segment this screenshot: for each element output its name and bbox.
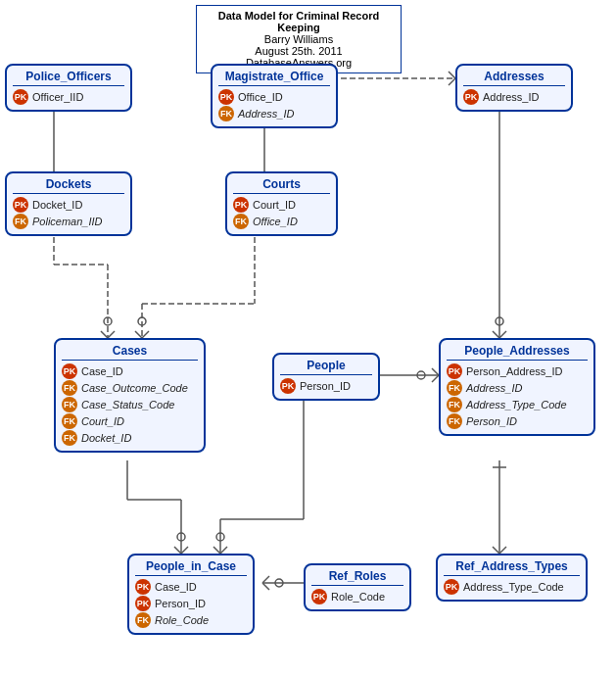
people-title: People xyxy=(280,359,372,375)
magistrate-office-field-1: PK Office_ID xyxy=(218,89,330,105)
svg-point-28 xyxy=(138,317,146,325)
svg-line-53 xyxy=(493,547,499,554)
people-addresses-field-2: FK Address_ID xyxy=(447,380,588,396)
svg-line-27 xyxy=(142,331,149,338)
entity-dockets: Dockets PK Docket_ID FK Policeman_IID xyxy=(5,171,132,236)
field-name: Case_Outcome_Code xyxy=(81,382,188,394)
svg-line-45 xyxy=(220,547,227,554)
diagram-subtitle2: August 25th. 2011 xyxy=(207,45,391,57)
fk-badge: FK xyxy=(135,612,151,628)
field-name: Case_Status_Code xyxy=(81,399,174,410)
pk-badge: PK xyxy=(135,579,151,595)
field-name: Role_Code xyxy=(331,591,385,603)
diagram-title: Data Model for Criminal Record Keeping xyxy=(207,10,391,33)
entity-addresses: Addresses PK Address_ID xyxy=(455,64,573,112)
pk-badge: PK xyxy=(280,378,296,394)
svg-line-11 xyxy=(449,78,455,85)
ref-roles-field-1: PK Role_Code xyxy=(311,589,403,604)
entity-ref-roles: Ref_Roles PK Role_Code xyxy=(304,563,411,611)
dockets-title: Dockets xyxy=(13,177,124,194)
svg-point-40 xyxy=(177,533,185,541)
people-addresses-field-4: FK Person_ID xyxy=(447,413,588,429)
ref-address-types-title: Ref_Address_Types xyxy=(444,559,580,576)
svg-point-22 xyxy=(104,317,112,325)
field-name: Case_ID xyxy=(155,581,197,593)
cases-title: Cases xyxy=(62,344,198,361)
courts-title: Courts xyxy=(233,177,330,194)
entity-ref-address-types: Ref_Address_Types PK Address_Type_Code xyxy=(436,554,588,602)
field-name: Docket_ID xyxy=(32,199,82,211)
svg-line-33 xyxy=(432,375,439,382)
field-name: Court_ID xyxy=(253,199,296,211)
diagram-subtitle1: Barry Williams xyxy=(207,33,391,45)
pk-badge: PK xyxy=(311,589,327,604)
entity-people: People PK Person_ID xyxy=(272,353,380,401)
field-name: Address_ID xyxy=(238,108,294,120)
fk-badge: FK xyxy=(62,430,77,446)
field-name: Docket_ID xyxy=(81,432,131,444)
field-name: Case_ID xyxy=(81,365,123,377)
entity-magistrate-office: Magistrate_Office PK Office_ID FK Addres… xyxy=(211,64,338,128)
fk-badge: FK xyxy=(447,380,462,396)
dockets-field-1: PK Docket_ID xyxy=(13,197,124,213)
ref-address-types-field-1: PK Address_Type_Code xyxy=(444,579,580,595)
people-addresses-field-3: FK Address_Type_Code xyxy=(447,397,588,412)
addresses-field-1: PK Address_ID xyxy=(463,89,565,105)
svg-line-54 xyxy=(499,547,506,554)
svg-point-46 xyxy=(216,533,224,541)
courts-field-1: PK Court_ID xyxy=(233,197,330,213)
fk-badge: FK xyxy=(233,214,249,229)
field-name: Office_ID xyxy=(238,91,283,103)
fk-badge: FK xyxy=(447,413,462,429)
field-name: Address_ID xyxy=(483,91,539,103)
svg-line-15 xyxy=(499,331,506,338)
magistrate-office-field-2: FK Address_ID xyxy=(218,106,330,121)
fk-badge: FK xyxy=(62,397,77,412)
courts-field-2: FK Office_ID xyxy=(233,214,330,229)
police-officers-title: Police_Officers xyxy=(13,70,124,86)
pk-badge: PK xyxy=(62,363,77,379)
field-name: Person_Address_ID xyxy=(466,365,562,377)
svg-line-39 xyxy=(181,547,188,554)
people-in-case-title: People_in_Case xyxy=(135,559,247,576)
fk-badge: FK xyxy=(62,413,77,429)
svg-line-20 xyxy=(101,331,108,338)
field-name: Person_ID xyxy=(466,415,517,427)
addresses-title: Addresses xyxy=(463,70,565,86)
cases-field-4: FK Court_ID xyxy=(62,413,198,429)
svg-line-49 xyxy=(262,583,269,590)
field-name: Address_Type_Code xyxy=(466,399,567,410)
people-in-case-field-1: PK Case_ID xyxy=(135,579,247,595)
field-name: Court_ID xyxy=(81,415,124,427)
pk-badge: PK xyxy=(13,89,28,105)
svg-point-34 xyxy=(417,371,425,379)
fk-badge: FK xyxy=(13,214,28,229)
field-name: Person_ID xyxy=(300,380,351,392)
people-in-case-field-3: FK Role_Code xyxy=(135,612,247,628)
cases-field-3: FK Case_Status_Code xyxy=(62,397,198,412)
svg-line-44 xyxy=(213,547,220,554)
svg-line-10 xyxy=(449,72,455,78)
people-field-1: PK Person_ID xyxy=(280,378,372,394)
fk-badge: FK xyxy=(62,380,77,396)
pk-badge: PK xyxy=(463,89,479,105)
svg-line-14 xyxy=(493,331,499,338)
entity-courts: Courts PK Court_ID FK Office_ID xyxy=(225,171,338,236)
magistrate-office-title: Magistrate_Office xyxy=(218,70,330,86)
ref-roles-title: Ref_Roles xyxy=(311,569,403,586)
pk-badge: PK xyxy=(135,596,151,611)
cases-field-5: FK Docket_ID xyxy=(62,430,198,446)
svg-line-32 xyxy=(432,368,439,375)
entity-cases: Cases PK Case_ID FK Case_Outcome_Code FK… xyxy=(54,338,206,453)
diagram: Data Model for Criminal Record Keeping B… xyxy=(0,0,616,676)
dockets-field-2: FK Policeman_IID xyxy=(13,214,124,229)
svg-line-38 xyxy=(174,547,181,554)
fk-badge: FK xyxy=(218,106,234,121)
svg-line-26 xyxy=(135,331,142,338)
people-addresses-title: People_Addresses xyxy=(447,344,588,361)
svg-line-21 xyxy=(108,331,115,338)
cases-field-2: FK Case_Outcome_Code xyxy=(62,380,198,396)
people-in-case-field-2: PK Person_ID xyxy=(135,596,247,611)
entity-police-officers: Police_Officers PK Officer_IID xyxy=(5,64,132,112)
fk-badge: FK xyxy=(447,397,462,412)
